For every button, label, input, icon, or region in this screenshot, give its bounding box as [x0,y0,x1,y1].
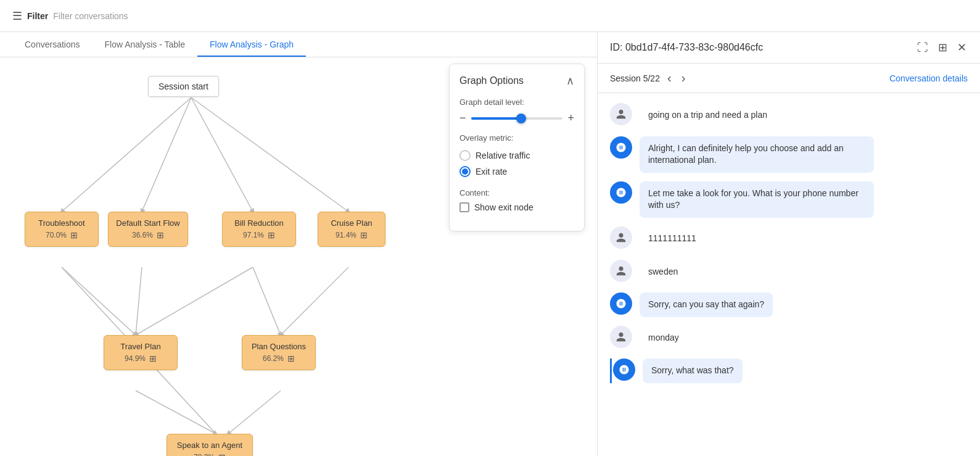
filter-placeholder: Filter conversations [53,11,128,21]
message-bubble-0: going on a trip and need a plan [640,103,776,128]
node-name-default-start: Default Start Flow [116,218,180,228]
header-actions: ⛶ ⊞ ✕ [916,39,968,56]
svg-line-2 [191,97,253,212]
chevron-up-icon[interactable]: ∧ [566,74,574,88]
node-name-travel-plan: Travel Plan [112,342,170,351]
node-pct-cruise-plan: 91.4% [336,231,356,239]
node-table-icon-cruise-plan: ⊞ [360,230,368,240]
right-panel: ID: 0bd1d7-4f4-733-83c-980d46cfc ⛶ ⊞ ✕ S… [598,32,980,456]
node-name-troubleshoot: Troubleshoot [33,218,91,228]
node-name-cruise-plan: Cruise Plan [326,218,377,228]
overlay-metric-section: Overlay metric: Relative traffic Exit ra… [459,133,574,180]
tab-flow-graph[interactable]: Flow Analysis - Graph [197,32,306,57]
slider-track[interactable] [471,117,563,120]
node-table-icon-default-start: ⊞ [157,230,164,240]
slider-row: − + [459,112,574,125]
close-icon[interactable]: ✕ [956,39,968,56]
flow-node-default-start[interactable]: Default Start Flow 36.6% ⊞ [108,212,188,247]
node-pct-bill-reduction: 97.1% [243,231,264,239]
session-start-node: Session start [148,76,219,97]
conversation-details-link[interactable]: Conversation details [889,73,968,83]
slider-fill [471,117,522,120]
filter-icon: ☰ [12,9,22,23]
node-name-speak-to-agent: Speak to an Agent [175,441,245,450]
message-row-2: Let me take a look for you. What is your… [610,181,968,218]
prev-session-btn[interactable]: ‹ [665,70,674,86]
node-meta-cruise-plan: 91.4% ⊞ [326,230,377,240]
svg-line-8 [136,267,253,335]
avatar-bot-5 [610,292,632,315]
session-label: Session 5/22 [610,73,660,83]
radio-exit-rate[interactable]: Exit rate [459,164,574,180]
node-table-icon-plan-questions: ⊞ [287,354,295,363]
message-bubble-2: Let me take a look for you. What is your… [640,181,874,218]
tab-conversations[interactable]: Conversations [12,32,93,57]
node-table-icon-bill-reduction: ⊞ [268,230,275,240]
message-bubble-3: 1111111111 [640,226,705,251]
node-meta-troubleshoot: 70.0% ⊞ [33,230,91,240]
slider-plus-btn[interactable]: + [567,112,574,125]
grid-icon[interactable]: ⊞ [937,39,949,56]
session-info: Session 5/22 ‹ › [610,70,688,86]
avatar-bot-2 [610,181,632,204]
svg-line-1 [142,97,191,212]
flow-node-plan-questions[interactable]: Plan Questions 66.2% ⊞ [242,335,316,370]
filter-bar: ☰ Filter Filter conversations [0,0,980,32]
node-pct-troubleshoot: 70.0% [46,231,67,239]
radio-inner-exit [462,168,468,175]
node-pct-plan-questions: 66.2% [263,354,284,363]
node-pct-speak-to-agent: 78.3% [194,453,215,456]
graph-area: Session start Troubleshoot 70.0% ⊞ Defau… [0,57,597,456]
avatar-user-4 [610,260,632,282]
svg-line-7 [62,267,136,335]
node-name-plan-questions: Plan Questions [250,342,308,351]
svg-line-10 [228,391,281,434]
svg-line-5 [253,267,281,335]
node-table-icon-troubleshoot: ⊞ [70,230,78,240]
flow-node-travel-plan[interactable]: Travel Plan 94.9% ⊞ [104,335,178,370]
overlay-label: Overlay metric: [459,133,574,143]
message-bubble-6: monday [640,326,688,350]
flow-node-cruise-plan[interactable]: Cruise Plan 91.4% ⊞ [318,212,385,247]
message-bubble-4: sweden [640,260,686,284]
radio-relative-traffic[interactable]: Relative traffic [459,147,574,164]
checkbox-show-exit-node[interactable]: Show exit node [459,202,574,212]
avatar-user-0 [610,103,632,125]
filter-label: Filter [27,11,48,21]
content-label: Content: [459,188,574,197]
radio-circle-relative [459,150,471,161]
expand-icon[interactable]: ⛶ [916,40,929,56]
flow-node-troubleshoot[interactable]: Troubleshoot 70.0% ⊞ [25,212,99,247]
content-section: Content: Show exit node [459,188,574,212]
checkbox-label-exit: Show exit node [474,202,533,212]
flow-node-bill-reduction[interactable]: Bill Reduction 97.1% ⊞ [222,212,296,247]
radio-circle-exit [459,166,471,177]
node-meta-speak-to-agent: 78.3% ⊞ [175,452,245,456]
node-pct-travel-plan: 94.9% [125,354,146,363]
tab-flow-table[interactable]: Flow Analysis - Table [93,32,197,57]
message-row-7: Sorry, what was that? [610,359,968,383]
node-meta-travel-plan: 94.9% ⊞ [112,354,170,363]
message-row-0: going on a trip and need a plan [610,103,968,128]
radio-label-relative: Relative traffic [476,151,530,160]
radio-label-exit: Exit rate [476,167,507,176]
slider-minus-btn[interactable]: − [459,112,466,125]
session-id-label: ID: 0bd1d7-4f4-733-83c-980d46cfc [610,42,763,53]
flow-node-speak-to-agent[interactable]: Speak to an Agent 78.3% ⊞ [167,434,253,456]
avatar-bot-1 [610,136,632,159]
slider-thumb[interactable] [516,114,526,123]
svg-line-6 [281,267,348,335]
node-meta-bill-reduction: 97.1% ⊞ [230,230,288,240]
next-session-btn[interactable]: › [679,70,688,86]
right-header: ID: 0bd1d7-4f4-733-83c-980d46cfc ⛶ ⊞ ✕ [598,32,980,64]
svg-line-3 [191,97,348,212]
main-layout: Conversations Flow Analysis - Table Flow… [0,32,980,456]
message-bubble-5: Sorry, can you say that again? [640,292,773,317]
node-meta-default-start: 36.6% ⊞ [116,230,180,240]
graph-options-header: Graph Options ∧ [459,74,574,88]
message-row-6: monday [610,326,968,350]
message-row-4: sweden [610,260,968,284]
node-meta-plan-questions: 66.2% ⊞ [250,354,308,363]
node-pct-default-start: 36.6% [132,231,153,239]
graph-options-panel: Graph Options ∧ Graph detail level: − + [449,64,585,231]
